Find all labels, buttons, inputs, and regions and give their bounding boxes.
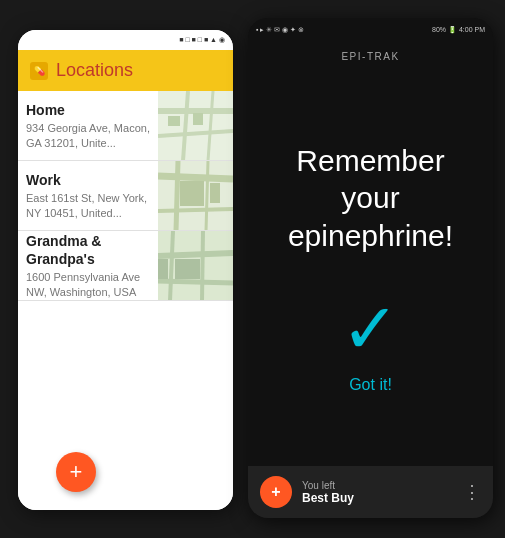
svg-line-10 (176, 161, 178, 231)
notification-more-icon[interactable]: ⋮ (463, 481, 481, 503)
list-item[interactable]: Grandma & Grandpa's 1600 Pennsylvania Av… (18, 231, 233, 301)
svg-rect-12 (180, 181, 204, 206)
svg-rect-13 (210, 183, 220, 203)
phone-left: ■ □ ■ □ ■ ▲ ◉ 💊 Locations Home 934 Georg… (18, 30, 233, 510)
svg-rect-20 (158, 259, 168, 279)
app-name-label: EPI-TRAK (341, 51, 399, 62)
battery-text: 80% 🔋 4:00 PM (432, 26, 485, 34)
status-icons-group-right: 80% 🔋 4:00 PM (432, 26, 485, 34)
list-item[interactable]: Home 934 Georgia Ave, Macon, GA 31201, U… (18, 91, 233, 161)
got-it-button[interactable]: Got it! (349, 376, 392, 394)
location-text-grandma: Grandma & Grandpa's 1600 Pennsylvania Av… (18, 231, 158, 300)
map-thumb-grandma (158, 231, 233, 301)
svg-line-18 (202, 231, 203, 301)
more-icons: ◉ ✦ ⊗ (282, 26, 304, 34)
location-name-work: Work (26, 171, 150, 189)
checkmark-icon: ✓ (341, 294, 400, 364)
svg-rect-19 (175, 259, 200, 279)
main-content: Remember your epinephrine! ✓ Got it! (248, 70, 493, 466)
notification-icon-badge: + (260, 476, 292, 508)
locations-list: Home 934 Georgia Ave, Macon, GA 31201, U… (18, 91, 233, 510)
reminder-text: Remember your epinephrine! (268, 142, 473, 255)
locations-title: Locations (56, 60, 133, 81)
bluetooth-icon: ✳ (266, 26, 272, 34)
location-name-grandma: Grandma & Grandpa's (26, 232, 150, 268)
svg-rect-6 (193, 113, 203, 125)
epi-icon: 💊 (30, 62, 48, 80)
list-item[interactable]: Work East 161st St, New York, NY 10451, … (18, 161, 233, 231)
svg-line-11 (206, 161, 208, 231)
location-text-work: Work East 161st St, New York, NY 10451, … (18, 161, 158, 230)
checkmark-container: ✓ Got it! (341, 294, 400, 394)
app-name-bar: EPI-TRAK (248, 42, 493, 70)
phone-right: ▪ ▸ ✳ ✉ ◉ ✦ ⊗ 80% 🔋 4:00 PM EPI-TRAK Rem… (248, 18, 493, 518)
status-bar-left: ■ □ ■ □ ■ ▲ ◉ (18, 30, 233, 50)
svg-line-15 (158, 253, 233, 256)
map-thumb-work (158, 161, 233, 231)
signal-icon: ▸ (260, 26, 264, 34)
add-location-button[interactable]: + (56, 452, 96, 492)
status-icons-group-left: ▪ ▸ ✳ ✉ ◉ ✦ ⊗ (256, 26, 304, 34)
location-address-work: East 161st St, New York, NY 10451, Unite… (26, 191, 150, 220)
svg-rect-5 (168, 116, 180, 126)
notification-icon: ✉ (274, 26, 280, 34)
location-text-home: Home 934 Georgia Ave, Macon, GA 31201, U… (18, 91, 158, 160)
wifi-icon: ▪ (256, 26, 258, 34)
location-name-home: Home (26, 101, 150, 119)
status-icons-left: ■ □ ■ □ ■ ▲ ◉ (179, 36, 225, 44)
svg-line-9 (158, 209, 233, 211)
location-address-grandma: 1600 Pennsylvania Ave NW, Washington, US… (26, 270, 150, 299)
map-thumb-home (158, 91, 233, 161)
svg-line-8 (158, 176, 233, 179)
notification-text: You left Best Buy (302, 480, 453, 505)
status-bar-right: ▪ ▸ ✳ ✉ ◉ ✦ ⊗ 80% 🔋 4:00 PM (248, 18, 493, 42)
location-address-home: 934 Georgia Ave, Macon, GA 31201, Unite.… (26, 121, 150, 150)
notification-line2: Best Buy (302, 491, 453, 505)
app-header: 💊 Locations (18, 50, 233, 91)
notification-line1: You left (302, 480, 453, 491)
notification-bar[interactable]: + You left Best Buy ⋮ (248, 466, 493, 518)
